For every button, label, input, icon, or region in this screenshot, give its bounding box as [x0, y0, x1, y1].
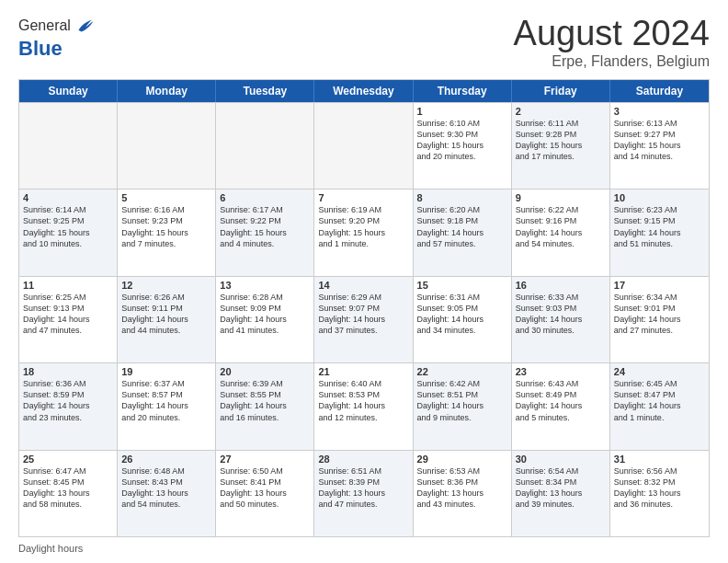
calendar-cell — [19, 103, 118, 189]
calendar-cell: 11Sunrise: 6:25 AM Sunset: 9:13 PM Dayli… — [19, 277, 118, 362]
calendar-cell: 27Sunrise: 6:50 AM Sunset: 8:41 PM Dayli… — [216, 451, 314, 536]
day-info: Sunrise: 6:20 AM Sunset: 9:18 PM Dayligh… — [417, 204, 507, 249]
day-number: 17 — [614, 280, 705, 291]
day-number: 4 — [23, 192, 113, 203]
calendar-cell: 29Sunrise: 6:53 AM Sunset: 8:36 PM Dayli… — [414, 451, 512, 536]
calendar-cell: 14Sunrise: 6:29 AM Sunset: 9:07 PM Dayli… — [314, 277, 413, 362]
main-title: August 2024 — [514, 15, 710, 53]
day-number: 11 — [23, 280, 113, 291]
calendar-cell: 4Sunrise: 6:14 AM Sunset: 9:25 PM Daylig… — [19, 190, 118, 275]
calendar-header-cell: Wednesday — [314, 80, 413, 102]
day-info: Sunrise: 6:34 AM Sunset: 9:01 PM Dayligh… — [614, 292, 705, 337]
day-number: 12 — [121, 280, 211, 291]
day-info: Sunrise: 6:10 AM Sunset: 9:30 PM Dayligh… — [417, 118, 507, 163]
calendar-cell: 1Sunrise: 6:10 AM Sunset: 9:30 PM Daylig… — [414, 103, 512, 189]
day-number: 23 — [516, 366, 606, 377]
calendar-cell — [314, 103, 413, 189]
day-info: Sunrise: 6:28 AM Sunset: 9:09 PM Dayligh… — [220, 292, 310, 337]
day-number: 5 — [121, 192, 211, 203]
calendar-cell: 20Sunrise: 6:39 AM Sunset: 8:55 PM Dayli… — [216, 363, 314, 449]
calendar-cell: 28Sunrise: 6:51 AM Sunset: 8:39 PM Dayli… — [314, 451, 413, 536]
calendar-row: 18Sunrise: 6:36 AM Sunset: 8:59 PM Dayli… — [19, 362, 709, 449]
day-number: 24 — [614, 366, 705, 377]
day-number: 31 — [614, 454, 705, 465]
day-number: 6 — [220, 192, 310, 203]
day-info: Sunrise: 6:31 AM Sunset: 9:05 PM Dayligh… — [417, 292, 507, 337]
day-info: Sunrise: 6:54 AM Sunset: 8:34 PM Dayligh… — [516, 465, 606, 511]
day-info: Sunrise: 6:39 AM Sunset: 8:55 PM Dayligh… — [220, 378, 310, 423]
calendar-row: 11Sunrise: 6:25 AM Sunset: 9:13 PM Dayli… — [19, 276, 709, 362]
calendar-cell: 17Sunrise: 6:34 AM Sunset: 9:01 PM Dayli… — [610, 277, 709, 362]
day-info: Sunrise: 6:16 AM Sunset: 9:23 PM Dayligh… — [121, 204, 211, 249]
day-number: 25 — [23, 454, 113, 465]
title-block: August 2024 Erpe, Flanders, Belgium — [514, 15, 710, 70]
day-number: 1 — [417, 106, 507, 117]
day-info: Sunrise: 6:51 AM Sunset: 8:39 PM Dayligh… — [318, 465, 408, 511]
calendar-cell: 19Sunrise: 6:37 AM Sunset: 8:57 PM Dayli… — [118, 363, 216, 449]
calendar-cell: 24Sunrise: 6:45 AM Sunset: 8:47 PM Dayli… — [610, 363, 709, 449]
subtitle: Erpe, Flanders, Belgium — [514, 53, 710, 70]
calendar-cell: 6Sunrise: 6:17 AM Sunset: 9:22 PM Daylig… — [216, 190, 314, 275]
calendar-cell: 25Sunrise: 6:47 AM Sunset: 8:45 PM Dayli… — [19, 451, 118, 536]
day-info: Sunrise: 6:53 AM Sunset: 8:36 PM Dayligh… — [417, 465, 507, 511]
day-number: 16 — [516, 280, 606, 291]
day-number: 30 — [516, 454, 606, 465]
day-info: Sunrise: 6:37 AM Sunset: 8:57 PM Dayligh… — [121, 378, 211, 423]
calendar-cell: 16Sunrise: 6:33 AM Sunset: 9:03 PM Dayli… — [512, 277, 610, 362]
day-number: 2 — [516, 106, 606, 117]
footer-label: Daylight hours — [18, 543, 83, 554]
day-info: Sunrise: 6:17 AM Sunset: 9:22 PM Dayligh… — [220, 204, 310, 249]
calendar-cell: 9Sunrise: 6:22 AM Sunset: 9:16 PM Daylig… — [512, 190, 610, 275]
page: General Blue August 2024 Erpe, Flanders,… — [0, 0, 728, 563]
day-number: 22 — [417, 366, 507, 377]
day-number: 14 — [318, 280, 408, 291]
day-number: 26 — [121, 454, 211, 465]
calendar-cell: 22Sunrise: 6:42 AM Sunset: 8:51 PM Dayli… — [414, 363, 512, 449]
calendar-header-row: SundayMondayTuesdayWednesdayThursdayFrid… — [19, 80, 709, 102]
day-number: 15 — [417, 280, 507, 291]
day-number: 7 — [318, 192, 408, 203]
calendar-cell: 26Sunrise: 6:48 AM Sunset: 8:43 PM Dayli… — [118, 451, 216, 536]
header: General Blue August 2024 Erpe, Flanders,… — [18, 15, 710, 70]
calendar-cell: 12Sunrise: 6:26 AM Sunset: 9:11 PM Dayli… — [118, 277, 216, 362]
calendar-header-cell: Thursday — [414, 80, 512, 102]
day-number: 28 — [318, 454, 408, 465]
day-number: 27 — [220, 454, 310, 465]
logo-bird-icon — [73, 15, 95, 37]
day-number: 18 — [23, 366, 113, 377]
day-info: Sunrise: 6:13 AM Sunset: 9:27 PM Dayligh… — [614, 118, 705, 163]
day-number: 29 — [417, 454, 507, 465]
calendar-row: 4Sunrise: 6:14 AM Sunset: 9:25 PM Daylig… — [19, 189, 709, 275]
calendar-cell: 8Sunrise: 6:20 AM Sunset: 9:18 PM Daylig… — [414, 190, 512, 275]
calendar-cell: 13Sunrise: 6:28 AM Sunset: 9:09 PM Dayli… — [216, 277, 314, 362]
day-info: Sunrise: 6:22 AM Sunset: 9:16 PM Dayligh… — [516, 204, 606, 249]
day-info: Sunrise: 6:43 AM Sunset: 8:49 PM Dayligh… — [516, 378, 606, 423]
day-info: Sunrise: 6:36 AM Sunset: 8:59 PM Dayligh… — [23, 378, 113, 423]
calendar-cell: 3Sunrise: 6:13 AM Sunset: 9:27 PM Daylig… — [610, 103, 709, 189]
day-info: Sunrise: 6:14 AM Sunset: 9:25 PM Dayligh… — [23, 204, 113, 249]
day-info: Sunrise: 6:45 AM Sunset: 8:47 PM Dayligh… — [614, 378, 705, 423]
calendar-cell: 10Sunrise: 6:23 AM Sunset: 9:15 PM Dayli… — [610, 190, 709, 275]
day-number: 8 — [417, 192, 507, 203]
calendar-header-cell: Saturday — [610, 80, 709, 102]
logo-general-text: General — [18, 17, 71, 34]
day-info: Sunrise: 6:40 AM Sunset: 8:53 PM Dayligh… — [318, 378, 408, 423]
calendar-header-cell: Tuesday — [216, 80, 314, 102]
day-info: Sunrise: 6:33 AM Sunset: 9:03 PM Dayligh… — [516, 292, 606, 337]
day-number: 9 — [516, 192, 606, 203]
calendar-cell: 30Sunrise: 6:54 AM Sunset: 8:34 PM Dayli… — [512, 451, 610, 536]
day-info: Sunrise: 6:42 AM Sunset: 8:51 PM Dayligh… — [417, 378, 507, 423]
calendar-body: 1Sunrise: 6:10 AM Sunset: 9:30 PM Daylig… — [19, 102, 709, 536]
day-info: Sunrise: 6:50 AM Sunset: 8:41 PM Dayligh… — [220, 465, 310, 511]
calendar-cell: 5Sunrise: 6:16 AM Sunset: 9:23 PM Daylig… — [118, 190, 216, 275]
day-info: Sunrise: 6:23 AM Sunset: 9:15 PM Dayligh… — [614, 204, 705, 249]
day-number: 13 — [220, 280, 310, 291]
calendar-cell: 31Sunrise: 6:56 AM Sunset: 8:32 PM Dayli… — [610, 451, 709, 536]
day-info: Sunrise: 6:56 AM Sunset: 8:32 PM Dayligh… — [614, 465, 705, 511]
day-info: Sunrise: 6:29 AM Sunset: 9:07 PM Dayligh… — [318, 292, 408, 337]
calendar-cell: 15Sunrise: 6:31 AM Sunset: 9:05 PM Dayli… — [414, 277, 512, 362]
calendar-cell — [216, 103, 314, 189]
calendar-cell: 18Sunrise: 6:36 AM Sunset: 8:59 PM Dayli… — [19, 363, 118, 449]
calendar-cell: 2Sunrise: 6:11 AM Sunset: 9:28 PM Daylig… — [512, 103, 610, 189]
day-info: Sunrise: 6:19 AM Sunset: 9:20 PM Dayligh… — [318, 204, 408, 249]
